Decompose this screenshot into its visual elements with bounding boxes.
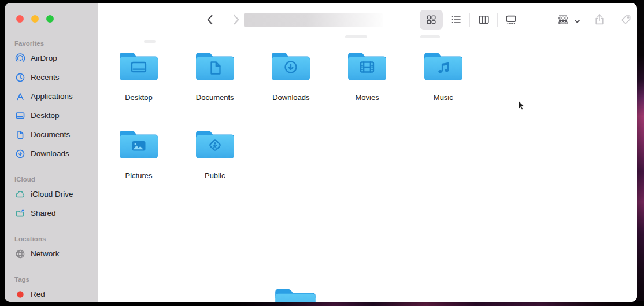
- mouse-cursor: [518, 101, 525, 113]
- folder-icon: [185, 127, 245, 163]
- applications-icon: [14, 91, 25, 101]
- folder-icon: [413, 49, 473, 84]
- folder-desktop[interactable]: Desktop: [109, 49, 169, 102]
- forward-button[interactable]: [230, 13, 242, 26]
- chevron-right-icon: [230, 13, 242, 26]
- sidebar-item-label: Network: [31, 249, 60, 258]
- sidebar-item-label: Downloads: [31, 149, 69, 158]
- group-button[interactable]: [557, 13, 569, 26]
- window-title-redacted: [244, 13, 383, 27]
- sidebar-item-label: Desktop: [31, 111, 60, 120]
- minimize-button[interactable]: [31, 15, 39, 23]
- sidebar-item-label: AirDrop: [31, 54, 57, 62]
- group-chevron[interactable]: [573, 17, 581, 24]
- shared-folder-icon: [14, 208, 25, 218]
- sidebar-section-title-tags: Tags: [5, 271, 98, 285]
- folder-icon: [185, 49, 245, 84]
- main-pane: Desktop Documents Downloads Movies Music: [98, 3, 637, 302]
- tag-button[interactable]: [620, 13, 633, 26]
- close-button[interactable]: [16, 15, 24, 23]
- folder-music[interactable]: Music: [413, 49, 473, 102]
- sidebar-item-label: Documents: [31, 130, 70, 139]
- share-icon: [593, 13, 606, 26]
- folder-icon: [337, 49, 397, 84]
- sidebar-section-title-icloud: iCloud: [5, 171, 98, 185]
- desktop-icon: [14, 110, 25, 120]
- gallery-view-button[interactable]: [505, 13, 517, 26]
- folder-label: Downloads: [261, 93, 321, 102]
- file-area: Desktop Documents Downloads Movies Music: [98, 35, 637, 302]
- sidebar: FavoritesAirDropRecentsApplicationsDeskt…: [5, 3, 98, 302]
- folder-label: Documents: [185, 93, 245, 102]
- sidebar-item-label: Shared: [31, 209, 56, 217]
- folder-label: Desktop: [109, 93, 169, 102]
- desktop-wallpaper-bottom: [0, 301, 644, 306]
- sidebar-item-network[interactable]: Network: [5, 244, 98, 263]
- window-controls: [16, 15, 54, 23]
- icon-view-button[interactable]: [425, 13, 438, 26]
- scroll-remnant: [345, 35, 367, 38]
- download-icon: [14, 149, 25, 158]
- folder-icon: [261, 49, 321, 84]
- sidebar-section-title-locations: Locations: [5, 231, 98, 244]
- column-view-icon: [478, 13, 490, 26]
- sidebar-section-title-favorites: Favorites: [5, 35, 98, 49]
- finder-window: FavoritesAirDropRecentsApplicationsDeskt…: [5, 3, 637, 302]
- sidebar-item-label: iCloud Drive: [31, 190, 73, 198]
- tag-icon: [620, 13, 633, 26]
- folder-public[interactable]: Public: [185, 127, 245, 180]
- desktop-wallpaper-right: [636, 0, 644, 306]
- cloud-icon: [14, 189, 25, 199]
- column-view-button[interactable]: [478, 13, 490, 26]
- chevron-left-icon: [204, 13, 217, 26]
- scroll-remnant: [144, 40, 156, 43]
- grid-view-icon: [425, 13, 438, 26]
- clock-icon: [14, 72, 25, 82]
- sidebar-item-icloud-drive[interactable]: iCloud Drive: [5, 185, 98, 204]
- share-button[interactable]: [593, 13, 606, 26]
- chevron-down-icon: [573, 18, 581, 25]
- sidebar-item-shared[interactable]: Shared: [5, 204, 98, 223]
- airdrop-icon: [14, 53, 25, 63]
- zoom-button[interactable]: [46, 15, 54, 23]
- sidebar-item-red[interactable]: Red: [5, 285, 98, 302]
- globe-icon: [14, 249, 25, 259]
- toolbar: [98, 3, 637, 35]
- folder-label: Pictures: [109, 171, 169, 180]
- sidebar-item-recents[interactable]: Recents: [5, 68, 98, 87]
- folder-documents[interactable]: Documents: [185, 49, 245, 102]
- toolbar-separator: [497, 13, 498, 27]
- desktop-background: FavoritesAirDropRecentsApplicationsDeskt…: [0, 0, 644, 306]
- list-view-icon: [450, 13, 462, 26]
- sidebar-item-label: Red: [31, 290, 45, 298]
- sidebar-item-downloads[interactable]: Downloads: [5, 144, 98, 163]
- folder-movies[interactable]: Movies: [337, 49, 397, 102]
- list-view-button[interactable]: [450, 13, 462, 26]
- folder-icon: [109, 127, 169, 163]
- sidebar-item-label: Applications: [31, 92, 73, 101]
- document-icon: [14, 130, 25, 139]
- folder-pictures[interactable]: Pictures: [109, 127, 169, 180]
- gallery-view-icon: [505, 13, 517, 26]
- red-tag-icon: [14, 289, 25, 299]
- folder-label: Public: [185, 171, 245, 180]
- partial-folder-icon[interactable]: [273, 285, 317, 302]
- folder-label: Movies: [337, 93, 397, 102]
- sidebar-item-airdrop[interactable]: AirDrop: [5, 49, 98, 68]
- group-by-icon: [557, 13, 569, 26]
- sidebar-item-documents[interactable]: Documents: [5, 125, 98, 144]
- scroll-remnant: [420, 35, 440, 38]
- toolbar-separator: [469, 13, 470, 27]
- sidebar-item-label: Recents: [31, 73, 60, 82]
- sidebar-item-applications[interactable]: Applications: [5, 87, 98, 106]
- sidebar-item-desktop[interactable]: Desktop: [5, 106, 98, 125]
- folder-downloads[interactable]: Downloads: [261, 49, 321, 102]
- folder-icon: [109, 49, 169, 84]
- back-button[interactable]: [204, 13, 217, 26]
- folder-label: Music: [413, 93, 473, 102]
